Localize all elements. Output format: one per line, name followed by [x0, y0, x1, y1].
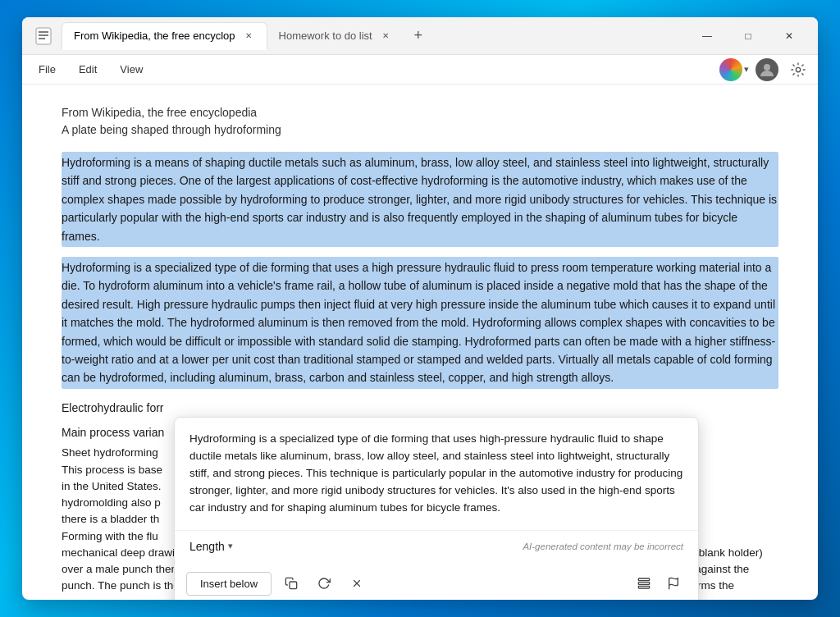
svg-rect-11 [638, 586, 649, 588]
ai-popup-content: Hydroforming is a specialized type of di… [175, 418, 698, 527]
window-controls: — □ ✕ [688, 23, 808, 49]
length-chevron[interactable]: ▾ [228, 539, 233, 554]
refresh-button[interactable] [311, 570, 337, 596]
stack-icon-button[interactable] [631, 570, 657, 596]
ai-popup-text: Hydroforming is a specialized type of di… [189, 432, 682, 514]
menu-bar: File Edit View ▾ [22, 55, 818, 85]
paragraph-2: Hydroforming is a specialized type of di… [62, 257, 778, 389]
new-tab-button[interactable]: + [407, 25, 430, 48]
settings-icon[interactable] [785, 57, 811, 83]
flag-icon-button[interactable] [660, 570, 687, 596]
tab-wikipedia[interactable]: From Wikipedia, the free encyclop ✕ [62, 22, 267, 50]
tab-close-wikipedia[interactable]: ✕ [242, 30, 255, 43]
paragraph-1-text: Hydroforming is a means of shaping ducti… [62, 153, 778, 245]
theme-color-icon[interactable] [719, 58, 742, 81]
tab-label-homework: Homework to do list [279, 30, 372, 42]
title-bar: From Wikipedia, the free encyclop ✕ Home… [22, 17, 818, 55]
paragraph-2-text: Hydroforming is a specialized type of di… [62, 258, 778, 387]
tab-close-homework[interactable]: ✕ [379, 30, 392, 43]
insert-below-button[interactable]: Insert below [186, 572, 272, 596]
length-label: Length [189, 537, 225, 555]
svg-rect-0 [36, 28, 51, 44]
ai-popup-footer: Length ▾ AI-generated content may be inc… [175, 530, 698, 564]
paragraph-1: Hydroforming is a means of shaping ducti… [62, 152, 778, 247]
tab-bar: From Wikipedia, the free encyclop ✕ Home… [62, 22, 688, 50]
maximize-button[interactable]: □ [729, 23, 767, 49]
document-area[interactable]: From Wikipedia, the free encyclopedia A … [22, 85, 818, 600]
theme-chevron[interactable]: ▾ [744, 64, 749, 75]
tab-label-wikipedia: From Wikipedia, the free encyclop [74, 30, 235, 42]
ai-action-bar: Insert below [175, 564, 698, 600]
svg-rect-10 [638, 583, 649, 585]
menu-edit[interactable]: Edit [69, 60, 107, 79]
dismiss-button[interactable] [344, 570, 370, 596]
ai-disclaimer: AI-generated content may be incorrect [523, 539, 683, 554]
copy-button[interactable] [278, 570, 304, 596]
tab-homework[interactable]: Homework to do list ✕ [267, 22, 404, 50]
user-avatar[interactable] [756, 58, 778, 81]
menu-view[interactable]: View [110, 60, 153, 79]
svg-rect-9 [638, 578, 649, 581]
ai-popup: Hydroforming is a specialized type of di… [174, 417, 699, 600]
close-button[interactable]: ✕ [770, 23, 808, 49]
menu-file[interactable]: File [29, 60, 66, 79]
doc-header-line1: From Wikipedia, the free encyclopedia [62, 104, 778, 121]
section-electrohydraulic: Electrohydraulic forr [62, 399, 778, 417]
svg-point-4 [764, 64, 770, 71]
main-window: From Wikipedia, the free encyclop ✕ Home… [22, 17, 818, 600]
doc-header: From Wikipedia, the free encyclopedia A … [62, 104, 778, 139]
svg-point-5 [796, 67, 800, 71]
menu-bar-right: ▾ [719, 57, 811, 83]
doc-header-line2: A plate being shaped through hydroformin… [62, 121, 778, 139]
ai-right-actions [631, 570, 687, 596]
app-icon [32, 25, 55, 48]
minimize-button[interactable]: — [688, 23, 726, 49]
ai-length-selector[interactable]: Length ▾ [189, 537, 233, 555]
svg-rect-6 [290, 582, 297, 589]
